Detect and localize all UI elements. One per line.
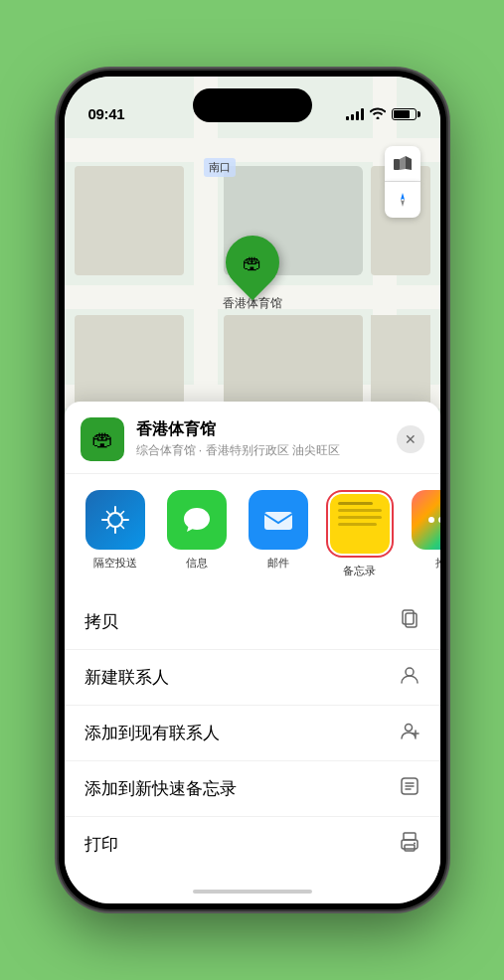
action-copy-label: 拷贝 bbox=[84, 610, 118, 633]
status-icons bbox=[346, 106, 417, 122]
venue-header: 🏟 香港体育馆 综合体育馆 · 香港特别行政区 油尖旺区 ✕ bbox=[65, 402, 440, 474]
venue-icon: 🏟 bbox=[81, 417, 124, 461]
share-app-messages[interactable]: 信息 bbox=[162, 490, 232, 571]
svg-point-10 bbox=[405, 725, 412, 732]
home-indicator bbox=[193, 890, 312, 894]
share-app-mail[interactable]: 邮件 bbox=[244, 490, 313, 571]
messages-icon bbox=[167, 490, 227, 550]
svg-point-9 bbox=[406, 668, 414, 676]
map-controls bbox=[385, 146, 420, 218]
action-print-label: 打印 bbox=[84, 833, 118, 856]
notes-label: 备忘录 bbox=[343, 564, 376, 578]
airdrop-icon bbox=[85, 490, 145, 550]
svg-rect-7 bbox=[406, 613, 417, 627]
svg-marker-1 bbox=[400, 156, 406, 170]
mail-icon bbox=[249, 490, 308, 550]
svg-marker-4 bbox=[401, 200, 405, 207]
action-add-contact[interactable]: 添加到现有联系人 bbox=[65, 706, 440, 761]
notes-line-3 bbox=[338, 516, 382, 519]
home-indicator-area bbox=[65, 880, 440, 903]
action-new-contact[interactable]: 新建联系人 bbox=[65, 650, 440, 706]
battery-icon bbox=[392, 108, 417, 120]
share-apps-row: 隔空投送 信息 bbox=[65, 474, 440, 586]
print-icon bbox=[399, 831, 420, 858]
notes-line-2 bbox=[338, 509, 382, 512]
notes-icon bbox=[330, 494, 390, 554]
action-new-contact-label: 新建联系人 bbox=[84, 666, 169, 689]
svg-point-20 bbox=[414, 843, 416, 845]
new-contact-icon bbox=[399, 664, 420, 691]
quick-note-icon bbox=[399, 775, 420, 802]
status-time: 09:41 bbox=[88, 105, 125, 122]
share-app-more[interactable]: 推 bbox=[407, 490, 440, 571]
svg-marker-2 bbox=[406, 156, 412, 170]
compass-button[interactable] bbox=[385, 182, 420, 218]
svg-rect-17 bbox=[404, 833, 416, 840]
venue-name: 香港体育馆 bbox=[136, 419, 397, 440]
action-quick-note[interactable]: 添加到新快速备忘录 bbox=[65, 761, 440, 817]
dynamic-island bbox=[193, 88, 312, 122]
svg-rect-6 bbox=[264, 512, 292, 530]
map-type-button[interactable] bbox=[385, 146, 420, 182]
more-label: 推 bbox=[435, 556, 440, 571]
action-print[interactable]: 打印 bbox=[65, 817, 440, 872]
airdrop-label: 隔空投送 bbox=[93, 556, 137, 571]
location-pin: 🏟 香港体育馆 bbox=[223, 236, 282, 312]
svg-marker-3 bbox=[401, 193, 405, 200]
signal-bars-icon bbox=[346, 108, 364, 120]
mail-label: 邮件 bbox=[267, 556, 289, 571]
action-add-contact-label: 添加到现有联系人 bbox=[84, 722, 220, 744]
svg-rect-8 bbox=[403, 610, 414, 624]
wifi-icon bbox=[370, 106, 386, 122]
svg-rect-0 bbox=[394, 159, 400, 170]
notes-line-1 bbox=[338, 502, 373, 505]
venue-info: 香港体育馆 综合体育馆 · 香港特别行政区 油尖旺区 bbox=[136, 419, 397, 459]
add-contact-icon bbox=[399, 720, 420, 746]
bottom-sheet: 🏟 香港体育馆 综合体育馆 · 香港特别行政区 油尖旺区 ✕ bbox=[65, 402, 440, 903]
venue-address: 综合体育馆 · 香港特别行政区 油尖旺区 bbox=[136, 442, 397, 459]
messages-label: 信息 bbox=[186, 556, 208, 571]
pin-icon: 🏟 bbox=[214, 225, 289, 300]
action-copy[interactable]: 拷贝 bbox=[65, 594, 440, 650]
action-quick-note-label: 添加到新快速备忘录 bbox=[84, 777, 237, 800]
copy-icon bbox=[399, 608, 420, 635]
svg-rect-19 bbox=[405, 845, 415, 851]
phone-frame: 09:41 bbox=[59, 71, 446, 909]
share-app-notes[interactable]: 备忘录 bbox=[325, 490, 395, 578]
phone-screen: 09:41 bbox=[65, 77, 440, 903]
notes-line-4 bbox=[338, 523, 378, 526]
close-button[interactable]: ✕ bbox=[397, 425, 424, 453]
notes-highlight bbox=[326, 490, 394, 558]
action-list: 拷贝 新建联系人 bbox=[65, 586, 440, 880]
share-app-airdrop[interactable]: 隔空投送 bbox=[81, 490, 150, 571]
map-label-nankou: 南口 bbox=[204, 158, 236, 177]
more-icon bbox=[412, 490, 440, 550]
